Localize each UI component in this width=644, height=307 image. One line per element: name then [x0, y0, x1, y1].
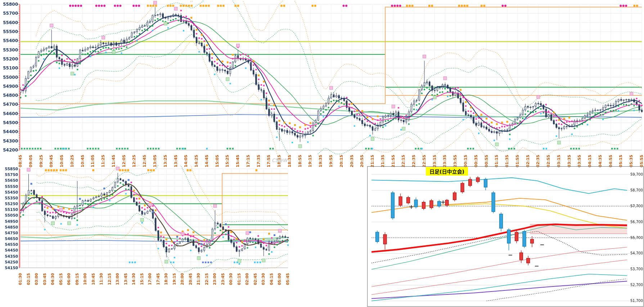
- y-axis-label: 54650: [3, 237, 18, 240]
- x-axis-label: 01:55: [515, 152, 520, 167]
- y-axis-label: 55600: [1, 21, 18, 25]
- x-axis-label: 14:25: [194, 152, 199, 167]
- x-axis-label: 20:45: [188, 269, 193, 285]
- y-axis-label: 54750: [3, 231, 18, 235]
- x-axis-label: 14:45: [204, 152, 210, 167]
- x-axis-label: 12:05: [122, 152, 127, 167]
- x-axis-label: 09:15: [75, 269, 80, 285]
- y-axis-label: 55450: [3, 190, 18, 194]
- x-axis-label: 17:00: [148, 269, 153, 285]
- x-axis-label: 12:25: [132, 152, 137, 167]
- x-axis-label: 10:05: [59, 152, 64, 167]
- x-axis-label: 21:35: [380, 152, 386, 167]
- y-axis-label: 58,700: [628, 189, 643, 192]
- x-axis-label: 06:00: [67, 269, 72, 285]
- x-axis-label: 23:00: [212, 269, 217, 285]
- x-axis-label: 01:15: [237, 269, 242, 285]
- x-axis-label: 18:35: [287, 152, 292, 167]
- y-axis-label: 51,700: [628, 299, 643, 303]
- x-axis-label: 15:15: [140, 269, 145, 285]
- x-axis-label: 09:25: [39, 152, 44, 167]
- x-axis-label: 20:55: [360, 152, 365, 167]
- y-axis-label: 55150: [3, 208, 18, 211]
- y-axis-label: 54300: [1, 139, 18, 143]
- x-axis-label: 13:25: [163, 152, 168, 167]
- y-axis-label: 57,700: [628, 204, 643, 208]
- x-axis-label: 15:05: [215, 152, 220, 167]
- y-axis-label: 55200: [1, 57, 18, 61]
- x-axis-label: 05:00: [277, 269, 282, 285]
- x-axis-label: 05:35: [629, 152, 634, 167]
- y-axis-label: 55800: [1, 2, 18, 6]
- y-axis-label: 56,700: [628, 220, 643, 224]
- x-axis-label: 17:35: [256, 152, 261, 167]
- y-axis-label: 55650: [3, 179, 18, 182]
- y-axis-label: 55500: [1, 30, 18, 34]
- x-axis-label: 11:25: [101, 152, 106, 167]
- x-axis-label: 10:00: [83, 269, 88, 285]
- x-axis-label: 18:55: [298, 152, 303, 167]
- x-axis-label: 13:00: [115, 269, 120, 285]
- y-axis-label: 54350: [3, 254, 18, 258]
- x-axis-label: 00:15: [463, 152, 468, 167]
- x-axis-label: 02:55: [546, 152, 551, 167]
- x-axis-label: 05:55: [639, 152, 644, 167]
- x-axis-label: 00:55: [484, 152, 489, 167]
- y-axis-label: 55700: [1, 11, 18, 15]
- y-axis-label: 55300: [1, 48, 18, 52]
- y-axis-label: 54850: [3, 225, 18, 229]
- y-axis-label: 55400: [1, 39, 18, 43]
- y-axis-label: 54450: [3, 248, 18, 252]
- y-axis-label: 55000: [1, 75, 18, 80]
- x-axis-label: 12:45: [142, 152, 147, 167]
- y-axis-label: 54,700: [628, 252, 643, 255]
- x-axis-label: 17:55: [266, 152, 271, 167]
- x-axis-label: 12:15: [107, 269, 112, 285]
- x-axis-label: 03:30: [261, 269, 266, 285]
- x-axis-label: 02:35: [536, 152, 541, 167]
- x-axis-label: 11:05: [90, 152, 95, 167]
- watermark: C5@W: [272, 158, 287, 163]
- x-axis-label: 03:15: [557, 152, 562, 167]
- x-axis-label: 03:55: [577, 152, 582, 167]
- y-axis-label: 55100: [1, 66, 18, 70]
- daily-chart-title: 日足(日中立会): [426, 167, 468, 176]
- x-axis-label: 10:25: [70, 152, 75, 167]
- x-axis-label: 19:15: [308, 152, 313, 167]
- y-axis-label: 54400: [1, 130, 18, 134]
- x-axis-label: 19:15: [172, 269, 177, 285]
- x-axis-label: 03:00: [34, 269, 39, 285]
- y-axis-label: 54800: [1, 93, 18, 98]
- x-axis-label: 04:15: [269, 269, 274, 285]
- x-axis-label: 20:00: [180, 269, 185, 285]
- y-axis-label: 55250: [3, 202, 18, 206]
- x-axis-label: 23:35: [442, 152, 447, 167]
- y-axis-label: 54250: [3, 260, 18, 264]
- x-axis-label: 13:45: [123, 269, 129, 285]
- y-axis-label: 53,700: [628, 267, 643, 271]
- x-axis-label: 11:45: [111, 152, 116, 167]
- x-axis-label: 05:45: [285, 269, 291, 285]
- x-axis-label: 04:30: [50, 269, 55, 285]
- y-axis-label: 55550: [3, 185, 18, 188]
- x-axis-label: 13:45: [174, 152, 179, 167]
- x-axis-label: 10:45: [91, 269, 96, 285]
- x-axis-label: 21:30: [196, 269, 201, 285]
- y-axis-label: 54500: [1, 121, 18, 125]
- x-axis-label: 02:15: [26, 269, 31, 285]
- x-axis-label: 15:25: [225, 152, 230, 167]
- x-axis-label: 09:05: [28, 152, 33, 167]
- x-axis-label: 23:55: [453, 152, 458, 167]
- y-axis-label: 55850: [3, 167, 18, 171]
- x-axis-label: 05:15: [59, 269, 64, 285]
- x-axis-label: 02:45: [253, 269, 258, 285]
- x-axis-label: 03:35: [567, 152, 572, 167]
- y-axis-label: 54700: [1, 102, 18, 107]
- y-axis-label: 55350: [3, 196, 18, 200]
- x-axis-label: 01:35: [505, 152, 510, 167]
- x-axis-label: 17:45: [156, 269, 161, 285]
- x-axis-label: 00:30: [229, 269, 234, 285]
- x-axis-label: 04:35: [598, 152, 603, 167]
- x-axis-label: 01:15: [494, 152, 499, 167]
- x-axis-label: 04:15: [587, 152, 593, 167]
